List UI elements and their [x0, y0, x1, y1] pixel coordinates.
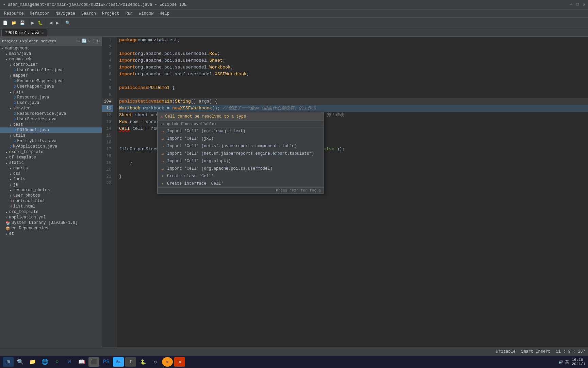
sidebar-item-mapper[interactable]: ▸ mapper [0, 73, 102, 78]
taskbar-gear[interactable]: ⚙ [150, 357, 161, 367]
taskbar-start[interactable]: ⊞ [3, 357, 14, 367]
library-icon: 📚 [5, 221, 10, 225]
sidebar-item-usercontroller[interactable]: J UserController.java [0, 67, 102, 73]
arrow-icon: ↵ [160, 137, 165, 141]
code-area[interactable]: package com.muziwk.test; import org.apac… [116, 37, 588, 356]
dependencies-icon: 📦 [5, 226, 10, 231]
maximize-btn[interactable]: □ [576, 2, 579, 7]
menu-refactor[interactable]: Refactor [27, 11, 52, 17]
sidebar-item-service[interactable]: ▸ service [0, 106, 102, 111]
tab-poidemo1[interactable]: *POIDemo1.java ✕ [1, 29, 47, 36]
taskbar-close-app[interactable]: ✕ [174, 357, 185, 367]
code-line-2 [119, 44, 588, 50]
taskbar-powershell[interactable]: PS [101, 357, 112, 367]
menu-help[interactable]: Help [157, 11, 172, 17]
popup-item-poi[interactable]: ↵ Import 'Cell' (org.apache.poi.ss.userm… [158, 165, 324, 172]
sidebar-item-dftemplate[interactable]: ▸ df_template [0, 155, 102, 160]
menu-search[interactable]: Search [79, 11, 99, 17]
sidebar-item-mainjava[interactable]: ▸ main/java [0, 51, 102, 57]
sidebar-item-endependencies[interactable]: 📦 en Dependencies [0, 226, 102, 231]
toolbar-open[interactable]: 📁 [10, 20, 18, 26]
sidebar-item-utils[interactable]: ▸ utils [0, 133, 102, 138]
sidebar-item-pojo[interactable]: ▸ pojo [0, 89, 102, 95]
item-label: MyApplication.java [13, 144, 58, 149]
sidebar-item-fonts[interactable]: ▸ fonts [0, 177, 102, 182]
sidebar-item-test[interactable]: ▸ test [0, 122, 102, 127]
sidebar-item-contracthtml[interactable]: H contract.html [0, 198, 102, 204]
sidebar-item-poidemo1[interactable]: J POIDemo1.java [0, 127, 102, 133]
menu-window[interactable]: Window [136, 11, 156, 17]
sidebar-item-entityutils[interactable]: J EntityUtils.java [0, 138, 102, 144]
sidebar-item-resourcemapper[interactable]: J ResourceMapper.java [0, 78, 102, 84]
toolbar-save[interactable]: 💾 [18, 20, 26, 26]
taskbar-python[interactable]: 🐍 [137, 357, 148, 367]
sidebar-item-applicationyml[interactable]: Y application.yml [0, 215, 102, 220]
sidebar-item-resource[interactable]: J Resource.java [0, 95, 102, 100]
view-menu-icon[interactable]: ⋮ [92, 39, 96, 44]
taskbar-file-explorer[interactable]: 📁 [27, 357, 38, 367]
taskbar-photoshop[interactable]: Ps [113, 357, 124, 367]
toolbar-search[interactable]: 🔍 [64, 20, 72, 26]
sidebar-item-controller[interactable]: ▸ controller [0, 62, 102, 67]
popup-item-jxl[interactable]: ↵ Import 'Cell' (jxl) [158, 135, 324, 142]
popup-item-create-class[interactable]: ● Create class 'Cell' [158, 172, 324, 180]
menu-project[interactable]: Project [99, 11, 122, 17]
toolbar-run[interactable]: ▶ [30, 20, 36, 26]
tab-close-btn[interactable]: ✕ [42, 31, 44, 35]
popup-item-jasper-engine[interactable]: ↵ Import 'Cell' (net.sf.jasperreports.en… [158, 150, 324, 157]
popup-item-lowagie[interactable]: ↵ Import 'Cell' (com.lowagie.text) [158, 127, 324, 135]
taskbar-typeface[interactable]: T [125, 357, 136, 367]
taskbar-word[interactable]: W [64, 357, 75, 367]
sidebar-item-js[interactable]: ▸ js [0, 182, 102, 187]
filter-icon[interactable]: ▽ [88, 39, 91, 44]
menu-navigate[interactable]: Navigate [53, 11, 78, 17]
sidebar-item-css[interactable]: ▸ css [0, 171, 102, 177]
ln-20: 20 [102, 166, 113, 173]
taskbar-terminal[interactable]: ⬛ [88, 357, 99, 367]
sidebar-item-commuziwk[interactable]: ▸ om.muziwk [0, 57, 102, 62]
collapse-icon[interactable]: ⊟ [78, 39, 80, 44]
sidebar-item-exceltemplate[interactable]: ▸ excel_template [0, 149, 102, 155]
java-icon: J [14, 139, 16, 143]
sidebar-item-usermapper[interactable]: J UserMapper.java [0, 84, 102, 89]
focus-hint: Press 'F2' for focus [276, 188, 321, 193]
toolbar-debug[interactable]: 🐛 [36, 20, 44, 26]
menu-resource[interactable]: Resource [1, 11, 27, 17]
taskbar-search-btn[interactable]: 🔍 [15, 357, 26, 367]
ln-15: 15 [102, 132, 113, 139]
sidebar-item-userphotos[interactable]: ▸ user_photos [0, 193, 102, 198]
item-label: System Library [JavaSE-1.8] [12, 220, 78, 225]
menu-run[interactable]: Run [122, 11, 135, 17]
minimize-panel-icon[interactable]: ⊟ [97, 39, 100, 44]
sidebar-item-userservice[interactable]: J UserService.java [0, 117, 102, 122]
popup-item-olap4j[interactable]: ↵ Import 'Cell' (org.olap4j) [158, 157, 324, 165]
taskbar-clock: 16:16 2021/1 [572, 358, 585, 366]
code-line-11: Workbook workbook = new XSSFWorkbook(); … [119, 105, 588, 112]
yml-icon: Y [5, 215, 8, 219]
toolbar-new[interactable]: 📄 [1, 20, 9, 26]
sidebar-item-static[interactable]: ▸ static [0, 160, 102, 166]
sidebar-item-user[interactable]: J User.java [0, 100, 102, 106]
sidebar-item-syslibrary[interactable]: 📚 System Library [JavaSE-1.8] [0, 220, 102, 226]
sidebar-item-ordtemplate[interactable]: ▸ ord_template [0, 209, 102, 215]
sidebar-item-resourceservice[interactable]: J ResourceService.java [0, 111, 102, 117]
toolbar-forward[interactable]: ▶ [54, 20, 60, 26]
taskbar-chrome[interactable]: ○ [52, 357, 63, 367]
sidebar-item-myapplication[interactable]: J MyApplication.java [0, 144, 102, 149]
taskbar-reader[interactable]: 📖 [76, 357, 87, 367]
sidebar-item-charts[interactable]: ▸ charts [0, 166, 102, 171]
item-text: Create interface 'Cell' [167, 181, 224, 186]
toolbar-back[interactable]: ◀ [48, 20, 54, 26]
quick-fix-count: 31 quick fixes available: [160, 122, 216, 126]
taskbar-eclipse[interactable]: e [162, 357, 173, 367]
popup-item-jasper-components[interactable]: ↵ Import 'Cell' (net.sf.jasperreports.co… [158, 142, 324, 150]
close-btn[interactable]: ✕ [583, 2, 585, 7]
sync-icon[interactable]: 🔄 [82, 39, 87, 44]
popup-item-create-interface[interactable]: ● Create interface 'Cell' [158, 180, 324, 187]
sidebar-item-resourcephotos[interactable]: ▸ resource_photos [0, 187, 102, 193]
minimize-btn[interactable]: ─ [570, 2, 572, 7]
sidebar-item-et[interactable]: ▸ et [0, 231, 102, 236]
taskbar-edge[interactable]: 🌐 [39, 357, 50, 367]
sidebar-item-management[interactable]: ▸ management [0, 46, 102, 51]
sidebar-item-listhtml[interactable]: H list.html [0, 204, 102, 209]
